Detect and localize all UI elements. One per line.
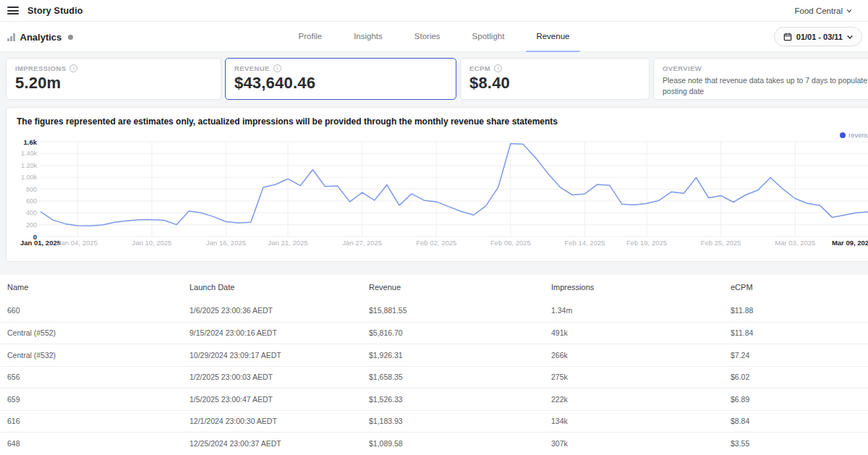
x-axis-tick-label: Feb 14, 2025 <box>565 239 605 247</box>
tab-stories[interactable]: Stories <box>404 22 451 52</box>
tab-spotlight[interactable]: Spotlight <box>462 22 515 52</box>
x-axis-tick-label: Mar 03, 2025 <box>775 239 815 247</box>
table-cell: 307k <box>551 439 731 448</box>
table-cell: $5,816.70 <box>369 328 551 337</box>
stat-card-label: OVERVIEW <box>663 64 702 72</box>
table-row[interactable]: Central (#532)10/29/2024 23:09:17 AEDT$1… <box>0 344 868 366</box>
table-cell: 491k <box>551 328 731 337</box>
y-axis-tick-label: 1.00k <box>7 174 37 181</box>
column-header-name: Name <box>7 283 190 292</box>
table-cell: Central (#532) <box>7 351 190 360</box>
stat-card-label: REVENUE <box>234 64 270 72</box>
table-cell: $3.55 <box>731 439 868 448</box>
stories-table: NameLaunch DateRevenueImpressionseCPM 66… <box>0 275 868 455</box>
app-title: Story Studio <box>27 6 83 16</box>
revenue-chart-panel: The figures represented are estimates on… <box>6 107 868 262</box>
analytics-status-dot <box>68 35 73 40</box>
table-cell: Central (#552) <box>7 328 190 337</box>
y-axis-tick-label: 800 <box>7 186 37 193</box>
y-axis-tick-label: 1.40k <box>7 150 37 157</box>
revenue-series-line <box>41 144 868 226</box>
table-cell: 1/5/2025 23:00:47 AEDT <box>190 395 369 404</box>
table-cell: 1.34m <box>551 306 731 315</box>
info-icon[interactable]: i <box>69 64 77 72</box>
table-cell: 134k <box>551 417 731 425</box>
stat-card-value: 5.20m <box>15 74 212 93</box>
tab-bar: ProfileInsightsStoriesSpotlightRevenue <box>283 22 586 52</box>
table-cell: 1/2/2025 23:00:03 AEDT <box>190 373 369 381</box>
table-cell: 10/29/2024 23:09:17 AEDT <box>190 351 369 360</box>
analytics-dashboard: Story Studio Food Central Analytics Prof… <box>0 0 868 455</box>
x-axis-tick-label: Mar 09, 2025 <box>832 239 868 247</box>
table-cell: $1,183.93 <box>369 417 551 425</box>
chevron-down-icon <box>847 34 853 40</box>
chevron-down-icon <box>846 8 852 14</box>
table-cell: 9/15/2024 23:00:16 AEDT <box>190 328 369 337</box>
calendar-icon <box>783 33 792 41</box>
table-header-row: NameLaunch DateRevenueImpressionseCPM <box>0 275 868 299</box>
table-cell: $6.02 <box>731 373 868 381</box>
table-cell: $6.89 <box>731 395 868 404</box>
table-cell: 266k <box>551 351 731 360</box>
table-cell: $1,926.31 <box>369 351 551 360</box>
stat-cards-row: IMPRESSIONS i 5.20m REVENUE i $43,640.46… <box>6 58 868 100</box>
top-bar: Story Studio Food Central <box>0 0 868 22</box>
x-axis-tick-label: Jan 04, 2025 <box>58 239 98 247</box>
table-row[interactable]: 64812/25/2024 23:00:37 AEDT$1,089.58307k… <box>0 432 868 454</box>
table-cell: 12/1/2024 23:00:30 AEDT <box>190 417 369 425</box>
table-row[interactable]: 6591/5/2025 23:00:47 AEDT$1,526.33222k$6… <box>0 388 868 410</box>
table-row[interactable]: 6601/6/2025 23:00:36 AEDT$15,881.551.34m… <box>0 299 868 322</box>
account-name: Food Central <box>795 7 843 15</box>
y-axis-tick-label: 400 <box>7 209 37 216</box>
y-axis-tick-label: 200 <box>7 221 37 229</box>
stat-card-impressions[interactable]: IMPRESSIONS i 5.20m <box>6 58 221 100</box>
table-row[interactable]: Central (#552)9/15/2024 23:00:16 AEDT$5,… <box>0 322 868 344</box>
stat-card-overview[interactable]: OVERVIEW Please note that revenue data t… <box>653 58 868 100</box>
x-axis-tick-label: Feb 19, 2025 <box>626 239 667 247</box>
hamburger-menu-icon[interactable] <box>7 7 19 14</box>
y-axis-tick-label: 1.6k <box>7 138 37 146</box>
stat-card-ecpm[interactable]: ECPM i $8.40 <box>460 58 650 100</box>
nav-bar: Analytics ProfileInsightsStoriesSpotligh… <box>0 22 868 52</box>
table-cell: 1/6/2025 23:00:36 AEDT <box>190 306 369 315</box>
y-axis-tick-label: 600 <box>7 197 37 205</box>
stat-card-label: ECPM <box>469 64 490 72</box>
account-switcher[interactable]: Food Central <box>795 0 852 22</box>
x-axis-tick-label: Feb 08, 2025 <box>490 239 531 247</box>
section-title: Analytics <box>20 32 62 43</box>
table-cell: 12/25/2024 23:00:37 AEDT <box>190 439 369 448</box>
table-cell: 659 <box>7 395 190 404</box>
table-body: 6601/6/2025 23:00:36 AEDT$15,881.551.34m… <box>0 299 868 454</box>
table-cell: 275k <box>551 373 731 381</box>
date-range-picker[interactable]: 01/01 - 03/11 <box>774 27 862 46</box>
table-cell: 616 <box>7 417 190 425</box>
stat-card-value: $43,640.46 <box>234 74 447 93</box>
table-cell: $8.84 <box>731 417 868 425</box>
x-axis-tick-label: Jan 21, 2025 <box>268 239 308 247</box>
table-cell: $7.24 <box>731 351 868 360</box>
stat-card-revenue[interactable]: REVENUE i $43,640.46 <box>225 58 456 100</box>
table-cell: $11.84 <box>731 328 868 337</box>
table-cell: 648 <box>7 439 190 448</box>
table-row[interactable]: 6561/2/2025 23:00:03 AEDT$1,658.35275k$6… <box>0 366 868 388</box>
bar-chart-icon <box>7 33 15 41</box>
tab-revenue[interactable]: Revenue <box>526 22 579 52</box>
table-cell: $11.88 <box>731 306 868 315</box>
x-axis-tick-label: Feb 02, 2025 <box>416 239 456 247</box>
column-header-launch-date: Launch Date <box>190 283 369 292</box>
table-cell: $1,526.33 <box>369 395 551 404</box>
column-header-impressions: Impressions <box>551 283 731 292</box>
stat-card-description: Please note that revenue data takes up t… <box>663 75 868 97</box>
info-icon[interactable]: i <box>494 64 502 72</box>
info-icon[interactable]: i <box>273 64 281 72</box>
column-header-ecpm: eCPM <box>731 283 868 292</box>
table-cell: 660 <box>7 306 190 315</box>
table-cell: 656 <box>7 373 190 381</box>
tab-profile[interactable]: Profile <box>289 22 333 52</box>
date-range-value: 01/01 - 03/11 <box>796 33 843 41</box>
tab-insights[interactable]: Insights <box>344 22 393 52</box>
table-cell: 222k <box>551 395 731 404</box>
table-row[interactable]: 61612/1/2024 23:00:30 AEDT$1,183.93134k$… <box>0 410 868 433</box>
table-cell: $1,658.35 <box>369 373 551 381</box>
x-axis-tick-label: Jan 01, 2025 <box>20 239 61 247</box>
